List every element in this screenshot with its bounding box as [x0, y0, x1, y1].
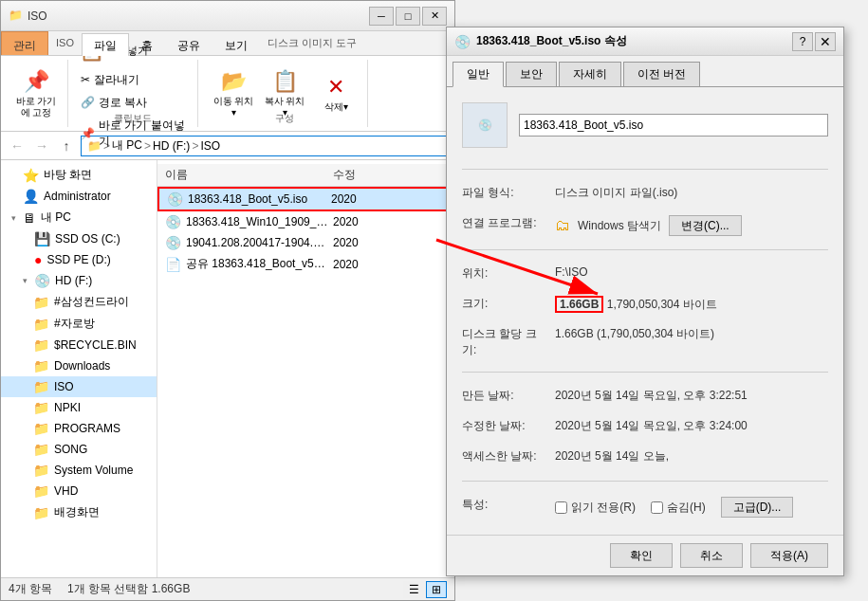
explorer-close-button[interactable]: ✕: [422, 7, 447, 26]
file-icon-3: 📄: [165, 257, 181, 272]
tab-manage[interactable]: 관리: [1, 31, 48, 55]
open-with-value-row: 🗂 Windows 탐색기 변경(C)...: [555, 213, 828, 236]
file-list-header: 이름 수정: [157, 164, 454, 187]
sidebar-item-programs[interactable]: 📁 PROGRAMS: [1, 418, 157, 439]
pin-button[interactable]: 📌 바로 가기에 고정: [12, 66, 60, 121]
change-button[interactable]: 변경(C)...: [669, 215, 742, 236]
dialog-tab-prev-version[interactable]: 이전 버전: [623, 62, 700, 86]
file-item-1[interactable]: 💿 18363.418_Win10_1909_Korean_x64.iso 20…: [157, 211, 454, 232]
list-view-button[interactable]: ☰: [403, 581, 424, 598]
sidebar-item-song[interactable]: 📁 SONG: [1, 439, 157, 460]
header-date[interactable]: 수정: [333, 167, 447, 183]
tab-view[interactable]: 보기: [212, 33, 260, 55]
location-row: 위치: F:\ISO: [462, 264, 828, 284]
modified-value: 2020년 5월 14일 목요일, 오후 3:24:00: [555, 416, 828, 434]
sidebar-item-vhd[interactable]: 📁 VHD: [1, 481, 157, 501]
item-count: 4개 항목: [9, 581, 52, 597]
sidebar-item-ssdpe[interactable]: ● SSD PE (D:): [1, 249, 157, 270]
readonly-label[interactable]: 읽기 전용(R): [555, 500, 636, 516]
advanced-button[interactable]: 고급(D)...: [721, 497, 794, 518]
location-value: F:\ISO: [555, 264, 828, 279]
sidebar-item-desktop[interactable]: ⭐ 바탕 화면: [1, 164, 157, 186]
dialog-tab-general[interactable]: 일반: [452, 62, 504, 87]
folder-icon: 📁: [33, 463, 49, 478]
explorer-minimize-button[interactable]: ─: [369, 7, 394, 26]
sidebar-item-ssdc[interactable]: 💾 SSD OS (C:): [1, 228, 157, 249]
hidden-label[interactable]: 숨김(H): [651, 500, 706, 516]
cut-label: 잘라내기: [94, 72, 139, 88]
explorer-maximize-button[interactable]: □: [396, 7, 420, 26]
forward-button[interactable]: →: [31, 136, 52, 156]
size-label: 크기:: [462, 294, 547, 312]
folder-icon: 📁: [33, 505, 49, 520]
ribbon-tab-bar: 관리 ISO 파일 홈 공유 보기 디스크 이미지 도구: [1, 31, 454, 56]
hidden-text: 숨김(H): [667, 500, 706, 516]
ssdc-icon: 💾: [34, 231, 50, 246]
dialog-help-button[interactable]: ?: [792, 32, 813, 51]
sidebar-item-background[interactable]: 📁 배경화면: [1, 501, 157, 523]
open-with-value: Windows 탐색기: [578, 218, 661, 234]
sidebar-item-hdf[interactable]: ▾ 💿 HD (F:): [1, 270, 157, 291]
sidebar-item-recycle[interactable]: 📁 $RECYCLE.BIN: [1, 335, 157, 355]
file-name-3: 공유 18363.418_Boot_v5.iso.txt: [186, 256, 328, 272]
file-date-1: 2020: [333, 215, 447, 228]
sidebar-item-label: Downloads: [54, 359, 110, 373]
sidebar-item-label: SONG: [54, 443, 87, 456]
detail-view-button[interactable]: ⊞: [426, 581, 447, 598]
dialog-content: 💿 파일 형식: 디스크 이미지 파일(.iso) 연결 프로그램: 🗂 Win…: [447, 87, 843, 535]
hidden-checkbox[interactable]: [651, 501, 663, 514]
dialog-close-button[interactable]: ✕: [815, 32, 836, 51]
explorer-window-controls: ─ □ ✕: [369, 7, 447, 26]
cut-button[interactable]: ✂ 잘라내기: [76, 69, 190, 91]
dialog-tab-details[interactable]: 자세히: [559, 62, 621, 86]
folder-icon: 📁: [33, 421, 49, 436]
folder-icon: 📁: [33, 337, 49, 353]
file-item-0[interactable]: 💿 18363.418_Boot_v5.iso 2020: [157, 187, 454, 211]
apply-button[interactable]: 적용(A): [750, 543, 828, 568]
sidebar-item-systemvol[interactable]: 📁 System Volume: [1, 460, 157, 481]
sidebar-item-jarobang[interactable]: 📁 #자로방: [1, 313, 157, 335]
accessed-label: 액세스한 날짜:: [462, 446, 547, 464]
delete-label: 삭제▾: [324, 101, 348, 113]
modified-row: 수정한 날짜: 2020년 5월 14일 목요일, 오후 3:24:00: [462, 416, 828, 437]
sidebar-item-mypc[interactable]: ▾ 🖥 내 PC: [1, 207, 157, 228]
sidebar-item-label: SSD OS (C:): [55, 232, 120, 246]
sidebar-item-label: 배경화면: [54, 504, 100, 520]
delete-icon: ✕: [327, 75, 344, 100]
delete-button[interactable]: ✕ 삭제▾: [312, 72, 360, 116]
open-with-row: 연결 프로그램: 🗂 Windows 탐색기 변경(C)...: [462, 213, 828, 236]
back-button[interactable]: ←: [7, 136, 28, 156]
file-item-2[interactable]: 💿 19041.208.200417-1904.VB_RELEASE_... 2…: [157, 232, 454, 253]
file-type-icon: 💿: [478, 118, 492, 132]
cancel-button[interactable]: 취소: [680, 543, 743, 568]
readonly-checkbox[interactable]: [555, 501, 567, 514]
tab-share[interactable]: 공유: [165, 33, 212, 55]
folder-icon: 📁: [33, 483, 49, 499]
file-name-2: 19041.208.200417-1904.VB_RELEASE_...: [186, 236, 328, 249]
attr-label: 특성:: [462, 495, 547, 513]
sidebar-item-npki[interactable]: 📁 NPKI: [1, 397, 157, 418]
file-icon-1: 💿: [165, 214, 181, 229]
file-name-input[interactable]: [519, 114, 828, 137]
sidebar-item-label: Administrator: [44, 190, 111, 203]
file-icon-0: 💿: [167, 191, 183, 207]
disk-size-label: 디스크 할당 크기:: [462, 324, 547, 358]
tab-file[interactable]: 파일: [82, 33, 129, 56]
explorer-title-text: ISO: [28, 9, 369, 23]
dialog-tab-security[interactable]: 보안: [506, 62, 557, 86]
file-item-3[interactable]: 📄 공유 18363.418_Boot_v5.iso.txt 2020: [157, 253, 454, 275]
sidebar-item-downloads[interactable]: 📁 Downloads: [1, 355, 157, 376]
sidebar-item-iso[interactable]: 📁 ISO: [1, 376, 157, 397]
header-name[interactable]: 이름: [165, 167, 333, 183]
modified-label: 수정한 날짜:: [462, 416, 547, 434]
location-label: 위치:: [462, 264, 547, 282]
path-copy-button[interactable]: 🔗 경로 복사: [76, 92, 190, 114]
sidebar-item-admin[interactable]: 👤 Administrator: [1, 186, 157, 207]
divider-2: [462, 249, 828, 250]
sidebar-item-samsung[interactable]: 📁 #삼성컨드라이: [1, 291, 157, 313]
address-part3: ISO: [200, 139, 220, 153]
up-button[interactable]: ↑: [56, 136, 77, 156]
ok-button[interactable]: 확인: [610, 543, 673, 568]
app-icon: 🗂: [555, 217, 570, 234]
dialog-title-icon: 💿: [454, 34, 471, 49]
